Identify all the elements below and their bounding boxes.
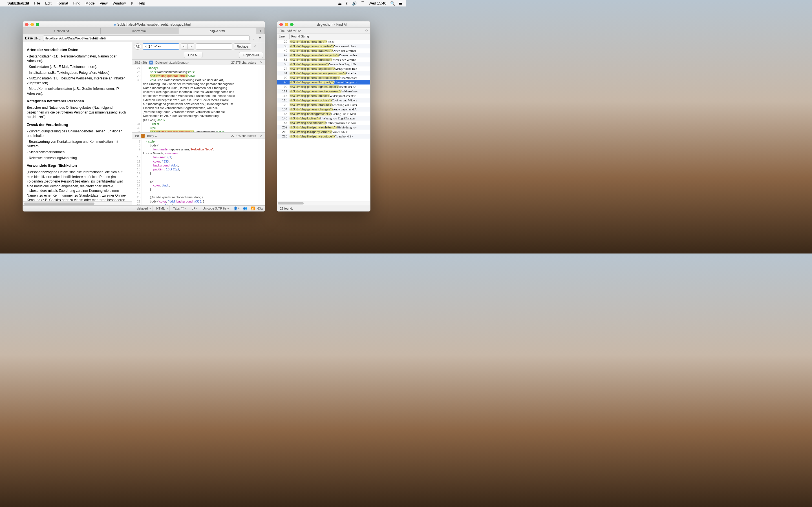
- zoom-button[interactable]: [36, 23, 39, 26]
- preview-text: - Nutzungsdaten (z.B., besuchte Webseite…: [27, 76, 128, 86]
- baseurl-chevron-icon[interactable]: ⌄: [251, 36, 256, 40]
- wifi-icon[interactable]: ⌒: [361, 1, 364, 6]
- result-row[interactable]: 29<h3 id="dsg-general-intro"></h3>: [277, 40, 370, 44]
- result-row[interactable]: 129<h3 id="dsg-general-erasure">Löschung…: [277, 103, 370, 107]
- preview-scrollbar[interactable]: [23, 202, 132, 205]
- result-row[interactable]: 84<h3 id="dsg-general-securitymeasures">…: [277, 71, 370, 75]
- symbol-badge-icon: H: [149, 61, 153, 64]
- code-editor-top[interactable]: <body> <h2>Datenschutzerklärung</h2> <h3…: [142, 65, 265, 132]
- preview-pane: Arten der verarbeiteten Daten - Bestands…: [23, 42, 132, 205]
- find-field[interactable]: [143, 43, 179, 50]
- result-row[interactable]: 40<h3 id="dsg-general-datatype">Arten de…: [277, 48, 370, 53]
- tab-untitled[interactable]: Untitled.txt: [23, 27, 101, 34]
- result-row[interactable]: 96<h3 id="dsg-general-thirdparty">Übermi…: [277, 80, 370, 84]
- replace-all-button[interactable]: Replace All: [239, 52, 263, 58]
- preview-text: - Bestandsdaten (z.B., Personen-Stammdat…: [27, 54, 128, 63]
- menu-find[interactable]: Find: [73, 1, 80, 5]
- close-findbar-icon[interactable]: ✕: [253, 45, 257, 48]
- result-row[interactable]: 99<h3 id="dsg-general-rightssubject">Rec…: [277, 84, 370, 89]
- results-scrollbar[interactable]: [277, 201, 370, 205]
- result-row[interactable]: 220<h3 id="dsg-thirdparty-youtube">Youtu…: [277, 134, 370, 138]
- menu-format[interactable]: Format: [57, 1, 68, 5]
- tab-bar: Untitled.txt index.html dsgvo.html +: [23, 27, 265, 34]
- symbol-popup[interactable]: Datenschutzerklärung ▴▾: [155, 61, 189, 64]
- find-query-label: Find: <h3[^>]+>: [280, 29, 301, 33]
- status-tabs[interactable]: Tabs (4)▾: [171, 206, 188, 211]
- col-header-line[interactable]: Line: [277, 34, 290, 39]
- status-lineending[interactable]: LF▾: [190, 206, 199, 211]
- result-row[interactable]: 118<h3 id="dsg-general-cookies">Cookies …: [277, 98, 370, 103]
- result-row[interactable]: 154<h3 id="dsg-socialmedia">Onlinepräsen…: [277, 121, 370, 125]
- close-button[interactable]: [280, 23, 283, 26]
- find-next-button[interactable]: >: [188, 43, 194, 50]
- split-close-icon[interactable]: ✕: [260, 134, 262, 138]
- result-row[interactable]: 51<h3 id="dsg-general-purpose">Zweck der…: [277, 57, 370, 62]
- menu-edit[interactable]: Edit: [45, 1, 51, 5]
- menu-window[interactable]: Window: [113, 1, 126, 5]
- symbol-badge-icon: T: [141, 134, 145, 138]
- result-row[interactable]: 134<h3 id="dsg-general-changes">Änderung…: [277, 107, 370, 112]
- preview-text: - Meta-/Kommunikationsdaten (z.B., Gerät…: [27, 87, 128, 96]
- close-button[interactable]: [25, 23, 29, 26]
- minimize-button[interactable]: [31, 23, 34, 26]
- status-delayed[interactable]: delayed▴▾: [135, 206, 153, 211]
- replace-button[interactable]: Replace: [234, 43, 251, 50]
- broadcast-icon[interactable]: 📶: [250, 207, 256, 210]
- user-icon[interactable]: 👤+: [233, 207, 241, 210]
- result-row[interactable]: 138<h3 id="dsg-hostingprovider">Hosting …: [277, 112, 370, 116]
- find-prev-button[interactable]: <: [181, 43, 188, 50]
- result-row[interactable]: 114<h3 id="dsg-general-object">Widerspru…: [277, 94, 370, 98]
- result-row[interactable]: 111<h3 id="dsg-general-revokeconsent">Wi…: [277, 89, 370, 94]
- result-row[interactable]: 33<h3 id="dsg-general-controller">Verant…: [277, 44, 370, 48]
- search-bar: RE < > Replace ✕: [132, 42, 265, 51]
- settings-gear-icon[interactable]: ⚙: [257, 36, 262, 40]
- cursor-position: 28:6 (20): [135, 61, 147, 64]
- result-row[interactable]: 58<h3 id="dsg-general-terms">Verwendete …: [277, 62, 370, 66]
- zoom-button[interactable]: [290, 23, 294, 26]
- menu-file[interactable]: File: [34, 1, 40, 5]
- menu-help[interactable]: Help: [138, 1, 145, 5]
- status-mode[interactable]: HTML▴▾: [154, 206, 170, 211]
- result-row[interactable]: 90<h3 id="dsg-general-coprocessing">Zusa…: [277, 75, 370, 80]
- split-close-icon[interactable]: ✕: [260, 61, 262, 64]
- app-name[interactable]: SubEthaEdit: [7, 1, 29, 5]
- find-all-button[interactable]: Find All: [184, 52, 202, 58]
- menu-mode[interactable]: Mode: [86, 1, 95, 5]
- tab-dsgvo[interactable]: dsgvo.html: [179, 27, 256, 34]
- preview-text: - Reichweitenmessung/Marketing: [27, 156, 128, 161]
- result-row[interactable]: 146<h3 id="dsg-logfiles">Erhebung von Zu…: [277, 116, 370, 121]
- regex-mode-icon[interactable]: RE: [134, 43, 141, 50]
- results-list[interactable]: 29<h3 id="dsg-general-intro"></h3>33<h3 …: [277, 40, 370, 201]
- preview-heading: Zweck der Verarbeitung: [27, 122, 128, 127]
- spotlight-icon[interactable]: 🔍: [390, 1, 395, 6]
- result-row[interactable]: 210<h3 id="dsg-thirdparty-vimeo">Vimeo</…: [277, 129, 370, 134]
- refresh-icon[interactable]: ⟳: [365, 29, 368, 33]
- replace-field[interactable]: [196, 43, 232, 50]
- code-editor-bottom[interactable]: <style> body { font-family: -apple-syste…: [142, 139, 265, 206]
- preview-text: - Inhaltsdaten (z.B., Texteingaben, Foto…: [27, 70, 128, 75]
- collaborators-icon[interactable]: 👥: [242, 207, 248, 210]
- menubar: SubEthaEdit File Edit Format Find Mode V…: [0, 0, 406, 6]
- bluetooth-icon[interactable]: ᛒ: [346, 1, 348, 6]
- result-row[interactable]: 47<h3 id="dsg-general-datasubjects">Kate…: [277, 53, 370, 57]
- script-menu-icon[interactable]: ୨: [131, 1, 133, 6]
- menu-view[interactable]: View: [100, 1, 108, 5]
- baseurl-field[interactable]: [43, 36, 250, 41]
- preview-heading: Verwendete Begrifflichkeiten: [27, 163, 128, 168]
- notification-center-icon[interactable]: ☰: [399, 1, 403, 6]
- tab-index[interactable]: index.html: [101, 27, 179, 34]
- volume-icon[interactable]: 🔊: [352, 1, 357, 6]
- result-row[interactable]: 72<h3 id="dsg-general-legalbasis">Maßgeb…: [277, 66, 370, 71]
- titlebar[interactable]: SubEthaEdit-Website/subethaedit.net/dsgv…: [23, 21, 265, 27]
- window-title: SubEthaEdit-Website/subethaedit.net/dsgv…: [42, 22, 262, 26]
- html-preview[interactable]: Arten der verarbeiteten Daten - Bestands…: [23, 42, 132, 202]
- status-encoding[interactable]: Unicode (UTF-8)▴▾: [201, 206, 231, 211]
- result-row[interactable]: 202<h3 id="dsg-thirdparty-einleitung">Ei…: [277, 125, 370, 129]
- symbol-popup[interactable]: body ▴▾: [147, 134, 157, 137]
- titlebar[interactable]: dsgvo.html - Find All: [277, 21, 370, 27]
- menubar-clock[interactable]: Wed 15:40: [368, 1, 386, 5]
- airplay-icon[interactable]: ⏏: [338, 1, 342, 6]
- col-header-found[interactable]: Found String: [290, 34, 370, 39]
- tab-add-button[interactable]: +: [256, 27, 265, 34]
- minimize-button[interactable]: [285, 23, 288, 26]
